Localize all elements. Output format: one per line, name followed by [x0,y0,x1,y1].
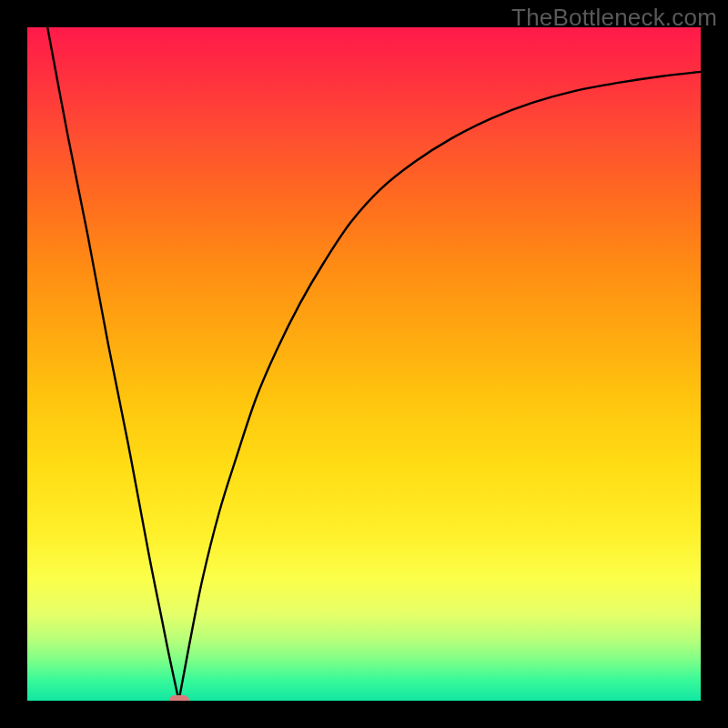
chart-stage: TheBottleneck.com [0,0,728,728]
bottleneck-curve [27,27,701,701]
minimum-marker [169,695,189,701]
watermark-text: TheBottleneck.com [511,4,717,32]
plot-area [27,27,701,701]
